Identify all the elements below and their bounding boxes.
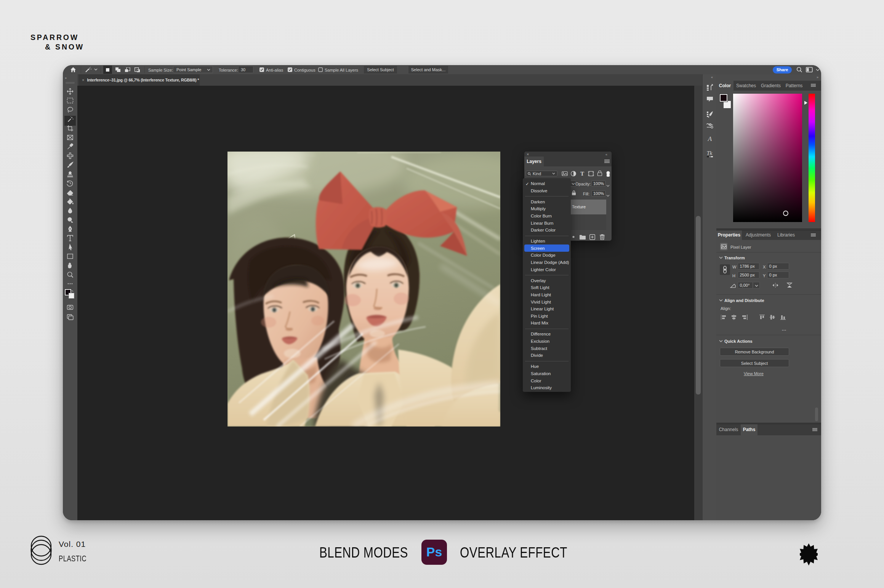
svg-text:T: T xyxy=(580,171,584,177)
svg-text:A: A xyxy=(708,135,712,142)
svg-text:Tk: Tk xyxy=(707,150,713,156)
